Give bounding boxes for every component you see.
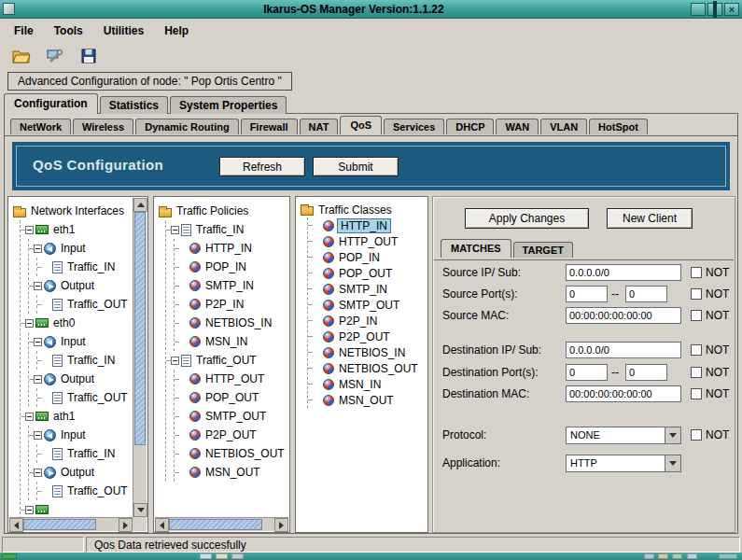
tree-row[interactable] <box>21 500 133 517</box>
tree-node-label[interactable]: Traffic Classes <box>316 203 394 217</box>
tree-node-label[interactable]: Traffic_OUT <box>65 391 130 404</box>
dropdown-arrow-icon[interactable] <box>665 455 680 471</box>
scrollbar-thumb[interactable] <box>134 212 146 445</box>
tree-node-label[interactable]: ath1 <box>51 410 77 423</box>
tab-wireless[interactable]: Wireless <box>73 119 133 134</box>
tree-node-label[interactable]: P2P_OUT <box>337 330 392 343</box>
scrollbar-thumb[interactable] <box>169 519 262 530</box>
not-checkbox[interactable] <box>691 288 702 300</box>
tree-row[interactable]: HTTP_OUT <box>175 370 288 388</box>
tree-row[interactable]: POP_IN <box>308 249 427 265</box>
tab-target[interactable]: TARGET <box>513 242 573 258</box>
tree-row[interactable]: SMTP_OUT <box>175 407 288 426</box>
protocol-select[interactable]: NONE <box>566 427 681 444</box>
tree-node-label[interactable]: MSN_OUT <box>337 394 396 407</box>
tree-node-label[interactable]: Traffic_OUT <box>194 354 259 367</box>
tree-node-label[interactable]: Traffic_OUT <box>65 484 130 497</box>
dest-port-from-input[interactable] <box>566 364 608 381</box>
tree-row[interactable]: MSN_OUT <box>308 392 427 408</box>
tree-node-label[interactable]: Traffic_IN <box>194 223 245 236</box>
source-ip-input[interactable] <box>566 264 681 281</box>
expand-handle-icon[interactable] <box>34 469 42 477</box>
tree-node-label[interactable]: SMTP_IN <box>337 283 389 296</box>
save-icon[interactable] <box>77 44 101 68</box>
taskbar-item[interactable] <box>200 553 212 559</box>
tree-node-label[interactable]: MSN_IN <box>337 378 383 391</box>
tree-node-label[interactable]: Output <box>59 372 96 385</box>
expand-handle-icon[interactable] <box>25 413 34 421</box>
tree-node-label[interactable]: NETBIOS_OUT <box>203 447 287 460</box>
tab-nat[interactable]: NAT <box>300 119 339 134</box>
tree-node-label[interactable]: HTTP_IN <box>337 218 391 233</box>
tab-dhcp[interactable]: DHCP <box>446 119 494 134</box>
tab-hotspot[interactable]: HotSpot <box>589 119 648 134</box>
tree-row[interactable]: Traffic_IN <box>37 258 133 276</box>
not-checkbox[interactable] <box>691 310 702 321</box>
network-interfaces-tree[interactable]: Network Interfaceseth1InputTraffic_INOut… <box>9 198 133 517</box>
tree-row[interactable]: Traffic_OUT <box>37 295 133 314</box>
tree-node-label[interactable]: P2P_IN <box>337 315 379 328</box>
tree-node-label[interactable]: HTTP_OUT <box>203 372 266 385</box>
tree-row[interactable]: SMTP_IN <box>175 276 288 295</box>
tree-row[interactable]: Traffic_IN <box>37 351 133 370</box>
tree-row[interactable]: Input <box>29 239 133 258</box>
tree-node-label[interactable]: NETBIOS_IN <box>337 346 407 359</box>
taskbar-item[interactable] <box>2 553 17 559</box>
tree-row[interactable]: Traffic_OUT <box>37 482 133 500</box>
taskbar-item[interactable] <box>644 553 654 559</box>
tree-node-label[interactable]: POP_OUT <box>337 267 394 280</box>
scrollbar-thumb[interactable] <box>23 519 96 530</box>
tab-vlan[interactable]: VLAN <box>540 119 587 134</box>
tree-row[interactable]: Input <box>29 426 133 444</box>
tree-row[interactable]: Traffic_IN <box>37 444 133 463</box>
vertical-scrollbar[interactable] <box>133 198 147 517</box>
not-checkbox[interactable] <box>691 367 702 378</box>
tree-row[interactable]: POP_IN <box>175 258 288 276</box>
tree-node-label[interactable]: NETBIOS_OUT <box>337 362 420 375</box>
menu-help[interactable]: Help <box>156 22 197 39</box>
tree-node-label[interactable]: Traffic Policies <box>175 204 250 217</box>
tree-row[interactable]: Output <box>29 463 133 482</box>
tab-services[interactable]: Services <box>384 119 444 134</box>
tab-firewall[interactable]: Firewall <box>241 119 298 134</box>
tree-node-label[interactable]: POP_IN <box>203 260 248 273</box>
tab-dynamic-routing[interactable]: Dynamic Routing <box>135 119 238 134</box>
tab-matches[interactable]: MATCHES <box>441 239 511 258</box>
tree-node-label[interactable]: MSN_OUT <box>203 466 262 479</box>
open-folder-icon[interactable] <box>9 44 34 68</box>
maximize-button[interactable] <box>707 3 722 16</box>
scroll-left-button[interactable] <box>155 518 169 532</box>
tree-row[interactable]: Output <box>29 370 133 388</box>
tree-row[interactable]: MSN_OUT <box>175 463 288 482</box>
expand-handle-icon[interactable] <box>25 319 34 328</box>
tree-row[interactable]: P2P_IN <box>175 295 288 314</box>
menu-file[interactable]: File <box>6 22 42 39</box>
tree-row[interactable]: Output <box>29 276 133 295</box>
not-checkbox[interactable] <box>691 344 702 356</box>
new-client-button[interactable]: New Client <box>607 208 693 229</box>
expand-handle-icon[interactable] <box>171 357 179 365</box>
tree-row[interactable]: P2P_IN <box>308 313 427 329</box>
tree-row[interactable]: HTTP_OUT <box>308 233 427 249</box>
tree-row[interactable]: P2P_OUT <box>175 426 288 444</box>
tab-qos[interactable]: QoS <box>340 116 382 134</box>
not-checkbox[interactable] <box>691 429 702 441</box>
tree-node-label[interactable]: P2P_IN <box>203 298 245 311</box>
tree-row[interactable]: Traffic Classes <box>300 202 427 217</box>
tree-node-label[interactable]: Traffic_IN <box>65 260 117 273</box>
menu-utilities[interactable]: Utilities <box>95 22 152 39</box>
tab-configuration[interactable]: Configuration <box>4 93 98 114</box>
tree-node-label[interactable]: SMTP_OUT <box>337 299 401 312</box>
tree-node-label[interactable]: SMTP_OUT <box>203 410 268 423</box>
tree-row[interactable]: HTTP_IN <box>175 239 288 258</box>
traffic-classes-tree[interactable]: Traffic ClassesHTTP_INHTTP_OUTPOP_INPOP_… <box>297 198 427 531</box>
expand-handle-icon[interactable] <box>34 431 42 440</box>
tree-node-label[interactable]: HTTP_OUT <box>337 235 399 248</box>
tree-node-label[interactable]: eth1 <box>51 223 77 236</box>
tree-node-label[interactable]: Input <box>59 242 88 255</box>
scroll-right-button[interactable] <box>274 518 288 532</box>
tree-row[interactable]: SMTP_IN <box>308 281 427 297</box>
tree-node-label[interactable]: POP_IN <box>337 251 382 264</box>
dest-port-to-input[interactable] <box>625 364 667 381</box>
close-button[interactable]: × <box>724 3 739 16</box>
